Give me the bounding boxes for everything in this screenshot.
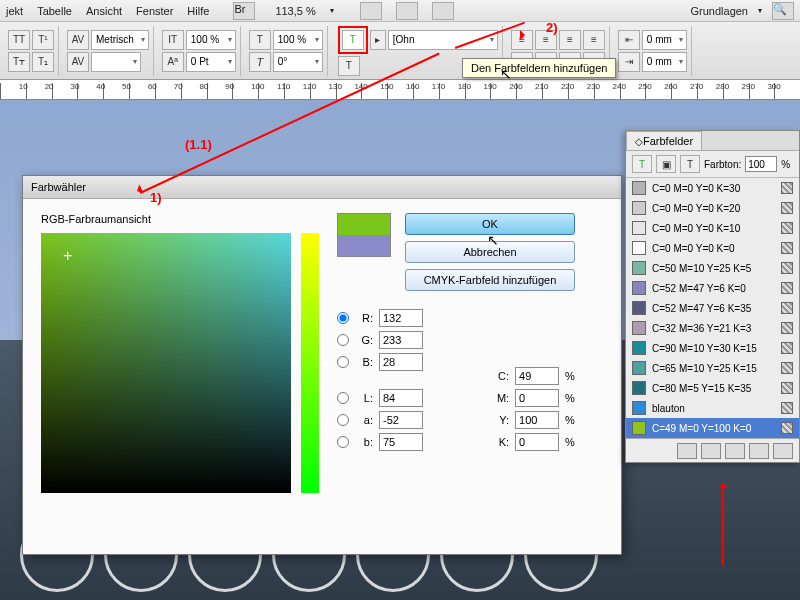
hue-slider[interactable] <box>301 233 319 493</box>
color-field[interactable]: + <box>41 233 291 493</box>
swatch-list[interactable]: C=0 M=0 Y=0 K=30C=0 M=0 Y=0 K=20C=0 M=0 … <box>626 178 799 438</box>
input-l[interactable] <box>379 389 423 407</box>
char-small-icon[interactable]: Tᴛ <box>8 52 30 72</box>
tint-input[interactable] <box>745 156 777 172</box>
show-all-icon[interactable] <box>677 443 697 459</box>
input-k[interactable] <box>515 433 559 451</box>
swatch-name: blauton <box>652 403 775 414</box>
vscale-input[interactable]: 100 % <box>186 30 236 50</box>
menu-item[interactable]: Ansicht <box>86 5 122 17</box>
new-swatch-icon[interactable] <box>749 443 769 459</box>
swatch-row[interactable]: C=90 M=10 Y=30 K=15 <box>626 338 799 358</box>
bridge-icon[interactable]: Br <box>233 2 255 20</box>
indent-right-input[interactable]: 0 mm <box>642 52 687 72</box>
swatch-row[interactable]: blauton <box>626 398 799 418</box>
skew-input[interactable]: 0° <box>273 52 323 72</box>
swatch-row[interactable]: C=0 M=0 Y=0 K=30 <box>626 178 799 198</box>
baseline-input[interactable]: 0 Pt <box>186 52 236 72</box>
tracking-select[interactable] <box>91 52 141 72</box>
input-a[interactable] <box>379 411 423 429</box>
annotation-2: 2) <box>546 20 558 35</box>
skew-icon[interactable]: T <box>249 52 271 72</box>
label-r: R: <box>355 312 373 324</box>
show-gradient-icon[interactable] <box>725 443 745 459</box>
color-mode-icon <box>781 382 793 394</box>
indent-left-icon[interactable]: ⇤ <box>618 30 640 50</box>
swatch-row[interactable]: C=80 M=5 Y=15 K=35 <box>626 378 799 398</box>
hscale-input[interactable]: 100 % <box>273 30 323 50</box>
swatch-row[interactable]: C=0 M=0 Y=0 K=10 <box>626 218 799 238</box>
dialog-titlebar[interactable]: Farbwähler <box>23 176 621 199</box>
char-tt-icon[interactable]: TT <box>8 30 30 50</box>
char-sub-icon[interactable]: T₁ <box>32 52 54 72</box>
delete-swatch-icon[interactable] <box>773 443 793 459</box>
radio-b[interactable] <box>337 356 349 368</box>
input-c[interactable] <box>515 367 559 385</box>
align-right-icon[interactable]: ≡ <box>559 30 581 50</box>
kerning-icon[interactable]: AV <box>67 30 89 50</box>
swatch-row[interactable]: C=49 M=0 Y=100 K=0 <box>626 418 799 438</box>
show-color-icon[interactable] <box>701 443 721 459</box>
hscale-icon[interactable]: T <box>249 30 271 50</box>
input-m[interactable] <box>515 389 559 407</box>
cancel-button[interactable]: Abbrechen <box>405 241 575 263</box>
input-g[interactable] <box>379 331 423 349</box>
hue-handle[interactable] <box>297 361 323 367</box>
menu-item[interactable]: Tabelle <box>37 5 72 17</box>
baseline-icon[interactable]: Aª <box>162 52 184 72</box>
justify-icon[interactable]: ≡ <box>583 30 605 50</box>
radio-l[interactable] <box>337 392 349 404</box>
swatch-name: C=52 M=47 Y=6 K=0 <box>652 283 775 294</box>
ok-button[interactable]: OK <box>405 213 575 235</box>
radio-g[interactable] <box>337 334 349 346</box>
search-icon[interactable]: 🔍 <box>772 2 794 20</box>
text-fill-icon[interactable]: T <box>342 30 364 50</box>
char-sup-icon[interactable]: T¹ <box>32 30 54 50</box>
radio-b2[interactable] <box>337 436 349 448</box>
arrange-icon[interactable] <box>432 2 454 20</box>
swatch-name: C=50 M=10 Y=25 K=5 <box>652 263 775 274</box>
swatch-row[interactable]: C=32 M=36 Y=21 K=3 <box>626 318 799 338</box>
input-r[interactable] <box>379 309 423 327</box>
swatch-select[interactable]: [Ohn <box>388 30 498 50</box>
label-g: G: <box>355 334 373 346</box>
swatch-row[interactable]: C=65 M=10 Y=25 K=15 <box>626 358 799 378</box>
vscale-icon[interactable]: IT <box>162 30 184 50</box>
input-b2[interactable] <box>379 433 423 451</box>
text-container-icon[interactable]: T <box>680 155 700 173</box>
swatch-chip <box>632 181 646 195</box>
fill-toggle-icon[interactable]: ▸ <box>370 30 386 50</box>
pct: % <box>565 414 575 426</box>
swatch-row[interactable]: C=0 M=0 Y=0 K=0 <box>626 238 799 258</box>
swatch-row[interactable]: C=50 M=10 Y=25 K=5 <box>626 258 799 278</box>
swatch-row[interactable]: C=52 M=47 Y=6 K=0 <box>626 278 799 298</box>
text-stroke-icon[interactable]: T <box>338 56 360 76</box>
stroke-proxy-icon[interactable]: ▣ <box>656 155 676 173</box>
screen-mode-icon[interactable] <box>396 2 418 20</box>
view-options-icon[interactable] <box>360 2 382 20</box>
kerning-select[interactable]: Metrisch <box>91 30 149 50</box>
swatch-chip <box>632 281 646 295</box>
menu-item[interactable]: Hilfe <box>187 5 209 17</box>
menu-item[interactable]: Fenster <box>136 5 173 17</box>
menu-item[interactable]: jekt <box>6 5 23 17</box>
workspace-label[interactable]: Grundlagen <box>691 5 749 17</box>
color-mode-icon <box>781 202 793 214</box>
input-y[interactable] <box>515 411 559 429</box>
swatch-row[interactable]: C=52 M=47 Y=6 K=35 <box>626 298 799 318</box>
swatch-name: C=0 M=0 Y=0 K=10 <box>652 223 775 234</box>
swatch-chip <box>632 201 646 215</box>
indent-left-input[interactable]: 0 mm <box>642 30 687 50</box>
zoom-level[interactable]: 113,5 % <box>275 5 315 17</box>
fill-proxy-icon[interactable]: T <box>632 155 652 173</box>
swatches-tab[interactable]: ◇ Farbfelder <box>626 131 702 150</box>
input-b[interactable] <box>379 353 423 371</box>
label-c: C: <box>491 370 509 382</box>
add-cmyk-swatch-button[interactable]: CMYK-Farbfeld hinzufügen <box>405 269 575 291</box>
indent-right-icon[interactable]: ⇥ <box>618 52 640 72</box>
swatch-row[interactable]: C=0 M=0 Y=0 K=20 <box>626 198 799 218</box>
radio-r[interactable] <box>337 312 349 324</box>
tracking-icon[interactable]: AV <box>67 52 89 72</box>
menu-bar: jekt Tabelle Ansicht Fenster Hilfe Br 11… <box>0 0 800 22</box>
radio-a[interactable] <box>337 414 349 426</box>
